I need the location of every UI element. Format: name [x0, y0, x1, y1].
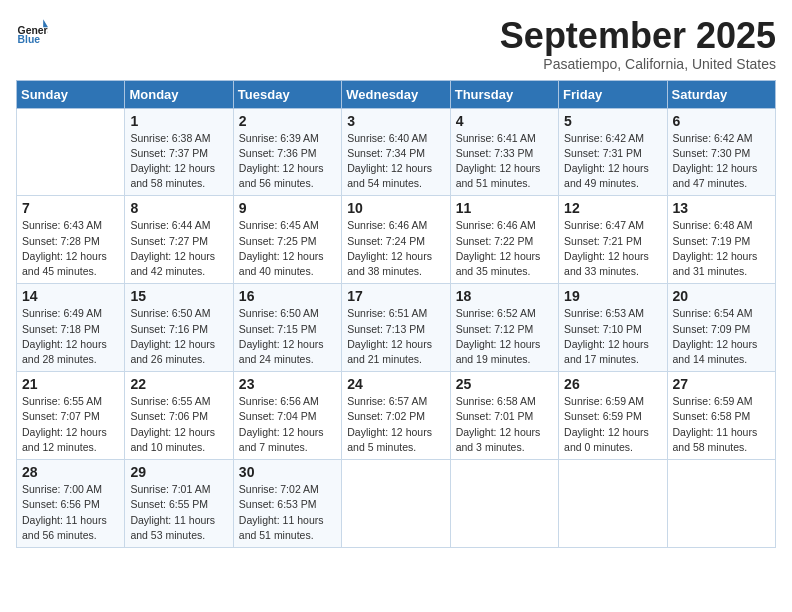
day-cell: 1Sunrise: 6:38 AM Sunset: 7:37 PM Daylig… — [125, 108, 233, 196]
day-info: Sunrise: 6:41 AM Sunset: 7:33 PM Dayligh… — [456, 131, 553, 192]
day-cell: 11Sunrise: 6:46 AM Sunset: 7:22 PM Dayli… — [450, 196, 558, 284]
day-cell — [667, 460, 775, 548]
day-cell: 5Sunrise: 6:42 AM Sunset: 7:31 PM Daylig… — [559, 108, 667, 196]
day-info: Sunrise: 6:50 AM Sunset: 7:15 PM Dayligh… — [239, 306, 336, 367]
day-info: Sunrise: 6:38 AM Sunset: 7:37 PM Dayligh… — [130, 131, 227, 192]
logo-icon: General Blue — [16, 16, 48, 48]
header-cell-saturday: Saturday — [667, 80, 775, 108]
day-number: 11 — [456, 200, 553, 216]
day-cell: 13Sunrise: 6:48 AM Sunset: 7:19 PM Dayli… — [667, 196, 775, 284]
day-number: 5 — [564, 113, 661, 129]
day-number: 26 — [564, 376, 661, 392]
day-cell: 7Sunrise: 6:43 AM Sunset: 7:28 PM Daylig… — [17, 196, 125, 284]
day-info: Sunrise: 6:45 AM Sunset: 7:25 PM Dayligh… — [239, 218, 336, 279]
day-cell: 6Sunrise: 6:42 AM Sunset: 7:30 PM Daylig… — [667, 108, 775, 196]
day-info: Sunrise: 6:46 AM Sunset: 7:24 PM Dayligh… — [347, 218, 444, 279]
day-cell — [17, 108, 125, 196]
week-row-2: 7Sunrise: 6:43 AM Sunset: 7:28 PM Daylig… — [17, 196, 776, 284]
day-info: Sunrise: 7:02 AM Sunset: 6:53 PM Dayligh… — [239, 482, 336, 543]
calendar-table: SundayMondayTuesdayWednesdayThursdayFrid… — [16, 80, 776, 548]
week-row-5: 28Sunrise: 7:00 AM Sunset: 6:56 PM Dayli… — [17, 460, 776, 548]
day-cell: 24Sunrise: 6:57 AM Sunset: 7:02 PM Dayli… — [342, 372, 450, 460]
week-row-1: 1Sunrise: 6:38 AM Sunset: 7:37 PM Daylig… — [17, 108, 776, 196]
day-info: Sunrise: 6:39 AM Sunset: 7:36 PM Dayligh… — [239, 131, 336, 192]
logo: General Blue — [16, 16, 48, 48]
day-number: 23 — [239, 376, 336, 392]
day-number: 19 — [564, 288, 661, 304]
day-info: Sunrise: 7:00 AM Sunset: 6:56 PM Dayligh… — [22, 482, 119, 543]
calendar-body: 1Sunrise: 6:38 AM Sunset: 7:37 PM Daylig… — [17, 108, 776, 547]
day-info: Sunrise: 6:53 AM Sunset: 7:10 PM Dayligh… — [564, 306, 661, 367]
svg-marker-2 — [43, 19, 48, 27]
day-number: 20 — [673, 288, 770, 304]
header-cell-thursday: Thursday — [450, 80, 558, 108]
day-cell: 26Sunrise: 6:59 AM Sunset: 6:59 PM Dayli… — [559, 372, 667, 460]
day-number: 18 — [456, 288, 553, 304]
day-cell: 17Sunrise: 6:51 AM Sunset: 7:13 PM Dayli… — [342, 284, 450, 372]
day-number: 1 — [130, 113, 227, 129]
day-info: Sunrise: 6:46 AM Sunset: 7:22 PM Dayligh… — [456, 218, 553, 279]
day-number: 2 — [239, 113, 336, 129]
day-info: Sunrise: 6:48 AM Sunset: 7:19 PM Dayligh… — [673, 218, 770, 279]
day-info: Sunrise: 6:47 AM Sunset: 7:21 PM Dayligh… — [564, 218, 661, 279]
header-cell-tuesday: Tuesday — [233, 80, 341, 108]
day-cell — [559, 460, 667, 548]
day-info: Sunrise: 6:42 AM Sunset: 7:30 PM Dayligh… — [673, 131, 770, 192]
day-cell: 3Sunrise: 6:40 AM Sunset: 7:34 PM Daylig… — [342, 108, 450, 196]
day-number: 3 — [347, 113, 444, 129]
day-number: 9 — [239, 200, 336, 216]
day-cell: 19Sunrise: 6:53 AM Sunset: 7:10 PM Dayli… — [559, 284, 667, 372]
day-number: 29 — [130, 464, 227, 480]
day-number: 28 — [22, 464, 119, 480]
day-number: 4 — [456, 113, 553, 129]
title-block: September 2025 Pasatiempo, California, U… — [500, 16, 776, 72]
header-cell-monday: Monday — [125, 80, 233, 108]
day-cell: 8Sunrise: 6:44 AM Sunset: 7:27 PM Daylig… — [125, 196, 233, 284]
day-cell: 4Sunrise: 6:41 AM Sunset: 7:33 PM Daylig… — [450, 108, 558, 196]
day-number: 21 — [22, 376, 119, 392]
day-info: Sunrise: 6:54 AM Sunset: 7:09 PM Dayligh… — [673, 306, 770, 367]
day-info: Sunrise: 6:58 AM Sunset: 7:01 PM Dayligh… — [456, 394, 553, 455]
day-cell: 21Sunrise: 6:55 AM Sunset: 7:07 PM Dayli… — [17, 372, 125, 460]
day-info: Sunrise: 6:49 AM Sunset: 7:18 PM Dayligh… — [22, 306, 119, 367]
day-info: Sunrise: 6:55 AM Sunset: 7:06 PM Dayligh… — [130, 394, 227, 455]
day-cell: 15Sunrise: 6:50 AM Sunset: 7:16 PM Dayli… — [125, 284, 233, 372]
day-cell: 27Sunrise: 6:59 AM Sunset: 6:58 PM Dayli… — [667, 372, 775, 460]
day-info: Sunrise: 6:51 AM Sunset: 7:13 PM Dayligh… — [347, 306, 444, 367]
day-info: Sunrise: 6:59 AM Sunset: 6:59 PM Dayligh… — [564, 394, 661, 455]
day-number: 12 — [564, 200, 661, 216]
day-number: 7 — [22, 200, 119, 216]
header-row: SundayMondayTuesdayWednesdayThursdayFrid… — [17, 80, 776, 108]
day-info: Sunrise: 6:42 AM Sunset: 7:31 PM Dayligh… — [564, 131, 661, 192]
day-cell: 30Sunrise: 7:02 AM Sunset: 6:53 PM Dayli… — [233, 460, 341, 548]
day-number: 10 — [347, 200, 444, 216]
day-info: Sunrise: 6:59 AM Sunset: 6:58 PM Dayligh… — [673, 394, 770, 455]
calendar-title: September 2025 — [500, 16, 776, 56]
day-info: Sunrise: 6:43 AM Sunset: 7:28 PM Dayligh… — [22, 218, 119, 279]
day-cell: 14Sunrise: 6:49 AM Sunset: 7:18 PM Dayli… — [17, 284, 125, 372]
day-cell: 18Sunrise: 6:52 AM Sunset: 7:12 PM Dayli… — [450, 284, 558, 372]
day-number: 27 — [673, 376, 770, 392]
day-cell: 25Sunrise: 6:58 AM Sunset: 7:01 PM Dayli… — [450, 372, 558, 460]
day-info: Sunrise: 6:50 AM Sunset: 7:16 PM Dayligh… — [130, 306, 227, 367]
day-cell: 12Sunrise: 6:47 AM Sunset: 7:21 PM Dayli… — [559, 196, 667, 284]
week-row-3: 14Sunrise: 6:49 AM Sunset: 7:18 PM Dayli… — [17, 284, 776, 372]
svg-text:Blue: Blue — [18, 34, 41, 45]
day-number: 6 — [673, 113, 770, 129]
day-cell: 2Sunrise: 6:39 AM Sunset: 7:36 PM Daylig… — [233, 108, 341, 196]
day-cell: 10Sunrise: 6:46 AM Sunset: 7:24 PM Dayli… — [342, 196, 450, 284]
day-number: 24 — [347, 376, 444, 392]
day-cell: 9Sunrise: 6:45 AM Sunset: 7:25 PM Daylig… — [233, 196, 341, 284]
day-cell — [342, 460, 450, 548]
header-cell-friday: Friday — [559, 80, 667, 108]
day-number: 13 — [673, 200, 770, 216]
page-header: General Blue September 2025 Pasatiempo, … — [16, 16, 776, 72]
day-info: Sunrise: 6:57 AM Sunset: 7:02 PM Dayligh… — [347, 394, 444, 455]
day-cell: 16Sunrise: 6:50 AM Sunset: 7:15 PM Dayli… — [233, 284, 341, 372]
day-info: Sunrise: 6:55 AM Sunset: 7:07 PM Dayligh… — [22, 394, 119, 455]
header-cell-wednesday: Wednesday — [342, 80, 450, 108]
day-info: Sunrise: 7:01 AM Sunset: 6:55 PM Dayligh… — [130, 482, 227, 543]
day-number: 30 — [239, 464, 336, 480]
day-info: Sunrise: 6:44 AM Sunset: 7:27 PM Dayligh… — [130, 218, 227, 279]
day-cell: 29Sunrise: 7:01 AM Sunset: 6:55 PM Dayli… — [125, 460, 233, 548]
